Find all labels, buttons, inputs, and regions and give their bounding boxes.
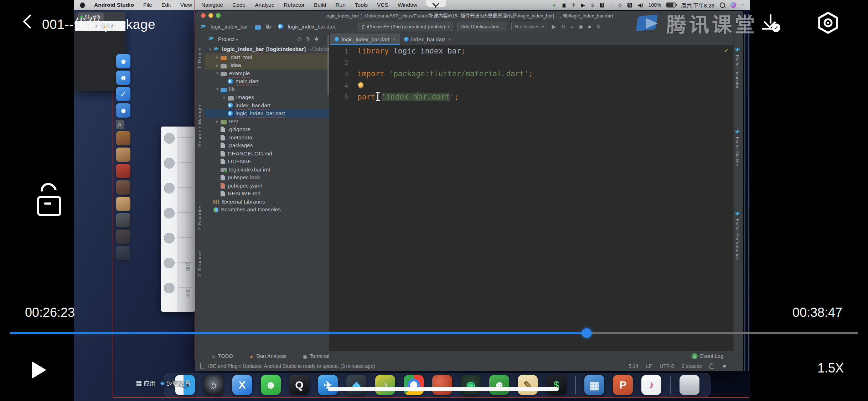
- tree-item-label: .packages: [228, 142, 253, 149]
- qq-photo-avatar: [116, 148, 130, 162]
- home-indicator[interactable]: [328, 387, 559, 391]
- dots-icon: ∴: [610, 2, 613, 7]
- progress-bar[interactable]: [10, 332, 858, 335]
- project-panel: Project ▾ ◎⇅✱─ ▾logic_index_bar[logicind…: [205, 33, 330, 351]
- line-number: 5: [330, 93, 357, 101]
- code-token: ;: [454, 93, 459, 101]
- tree-item-CHANGELOG.md: CHANGELOG.md: [205, 150, 329, 158]
- line-ending: LF: [646, 363, 652, 369]
- control-center-icon: ≡: [742, 2, 744, 7]
- file-icon: [221, 127, 225, 132]
- collapse-pill[interactable]: [426, 0, 446, 7]
- stop-icon: ■: [588, 24, 591, 30]
- tencent-classroom-logo: [635, 12, 661, 34]
- menu-item-analyze: Analyze: [255, 2, 274, 8]
- caret-position: 5:14: [629, 363, 638, 369]
- qq-photo-avatar: [116, 197, 130, 211]
- tree-item-main.dart: main.dart: [205, 77, 329, 86]
- expand-arrow: ▾: [207, 47, 213, 52]
- minimize-traffic-light: [208, 13, 213, 18]
- share-border-left: [113, 53, 113, 398]
- bottom-tool-label: Dart Analysis: [256, 353, 286, 359]
- bottom-tool-dart-analysis: ▲Dart Analysis: [249, 353, 287, 359]
- root-name: logic_index_bar: [222, 46, 264, 52]
- breadcrumb-label: logic_index_bar: [211, 24, 248, 30]
- event-log-button: 2 Event Log: [692, 353, 723, 359]
- back-button[interactable]: [21, 14, 36, 29]
- file-icon: [221, 151, 225, 156]
- screen-lock-button[interactable]: [33, 182, 62, 215]
- code-line-1: 1library logic_index_bar;: [330, 45, 734, 57]
- breadcrumb-lib: lib: [254, 24, 271, 30]
- dock-icon-chrome: [404, 375, 424, 395]
- tree-item-label: README.md: [228, 190, 260, 197]
- breadcrumb-label: lib: [265, 24, 271, 30]
- expand-arrow: ▸: [222, 95, 227, 100]
- event-log-badge: 2: [692, 353, 698, 359]
- menu-item-file: File: [143, 2, 152, 8]
- playback-speed-button[interactable]: 1.5X: [817, 361, 844, 376]
- expand-arrow: ▸: [215, 119, 220, 124]
- play-button[interactable]: [29, 361, 48, 379]
- flutter-icon: ≫: [735, 210, 740, 216]
- tree-item-logicindexbar.iml: logicindexbar.iml: [205, 166, 329, 174]
- tree-item-Scratches and Consoles: Scratches and Consoles: [205, 206, 329, 214]
- tool-button-label: Flutter Outline: [735, 137, 740, 166]
- current-time: 00:26:23: [25, 305, 75, 320]
- file-icon: [213, 207, 218, 212]
- line-number: 3: [330, 70, 357, 78]
- android-studio-window: logic_index_bar [~/Job/course/VIP_class/…: [195, 11, 743, 371]
- code-text: import 'package:flutter/material.dart';: [357, 70, 533, 78]
- phone-icon: ▯: [362, 24, 365, 29]
- tree-item-lib: ▾lib: [205, 86, 329, 94]
- airplane-icon: ✈: [572, 2, 576, 7]
- file-icon: [213, 200, 219, 204]
- chevron-down-icon: ▾: [448, 24, 450, 29]
- editor-tab-label: index_bar.dart: [411, 36, 445, 42]
- folder-icon: [221, 56, 227, 60]
- contact-avatar: [164, 283, 175, 293]
- download-done-badge: ✓: [772, 24, 780, 32]
- diamond-icon: ◇: [618, 2, 622, 7]
- download-button[interactable]: ✓: [759, 12, 782, 36]
- folder-icon: [221, 88, 227, 92]
- code-token: import: [357, 70, 389, 78]
- dock-icon-android-studio-app: ◉: [461, 375, 481, 395]
- tree-item-test: ▸test: [205, 118, 329, 126]
- panel-vertical-label: 位置: [185, 262, 191, 272]
- add-configuration-button: Add Configuration...: [457, 22, 507, 31]
- dart-file-icon: [228, 103, 233, 108]
- record-button[interactable]: [816, 11, 840, 35]
- share-border-bottom: [113, 397, 749, 398]
- textual-icon: T: [600, 3, 604, 7]
- chevron-down-icon: [432, 0, 439, 7]
- bottom-tool-todo: ≣TODO: [212, 353, 233, 359]
- file-icon: [221, 191, 225, 196]
- folder-icon: [228, 96, 234, 101]
- event-log-label: Event Log: [700, 353, 723, 359]
- tree-item-label: lib: [229, 86, 235, 93]
- tree-item-images: ▸images: [205, 93, 329, 102]
- battery-percent: 100%: [649, 2, 661, 8]
- paperplane-icon: ▶: [581, 2, 585, 7]
- expand-arrow: ▾: [215, 71, 220, 76]
- editor-tab-index_bar.dart: index_bar.dart×: [400, 34, 455, 45]
- project-view-icon: [208, 36, 213, 42]
- menu-item-android-studio: Android Studio: [94, 2, 134, 8]
- dock-icon-terminal-app: $: [547, 375, 567, 395]
- apple-logo-icon: [80, 2, 85, 8]
- qq-check-icon: ✓: [116, 87, 130, 101]
- contact-row-line: [178, 187, 193, 188]
- flutter-icon: [201, 24, 206, 30]
- dart-file-icon: [335, 37, 339, 42]
- code-line-3: 3import 'package:flutter/material.dart';: [330, 68, 734, 79]
- tool-button-flutter-performance: ≫Flutter Performance: [735, 211, 740, 260]
- device-selector: ▯ iPhone SE (2nd generation) (mobile) ▾: [358, 22, 453, 31]
- dock-icon-flutter-app: ◆: [346, 375, 366, 395]
- run-icons: ▶↻≡◉■↯: [552, 24, 601, 30]
- as-bottom-toolbar: ≣TODO▲Dart Analysis▣Terminal 2 Event Log: [195, 351, 743, 361]
- qq-person-icon: ☻: [116, 103, 130, 118]
- dock-icon-notes-app: ✎: [518, 375, 538, 395]
- tree-item-label: Scratches and Consoles: [221, 206, 281, 213]
- expand-arrow: ▸: [215, 55, 220, 60]
